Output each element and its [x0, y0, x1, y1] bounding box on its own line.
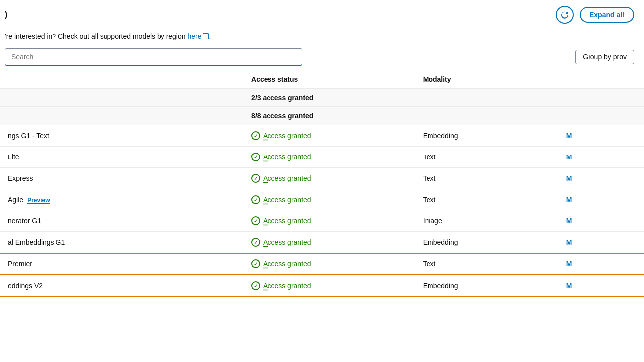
external-link-icon [203, 33, 209, 39]
table-row: Premier Access granted Text M [0, 253, 644, 275]
model-name-cell: AgilePreview [0, 189, 243, 210]
group-summary: 8/8 access granted [243, 107, 415, 125]
group-name [0, 89, 243, 107]
modality-value: Embedding [423, 238, 458, 246]
table-header-row: Access status Modality [0, 70, 644, 89]
manage-link[interactable]: M [566, 282, 572, 290]
check-circle-icon [251, 238, 260, 247]
modality-cell: Image [415, 210, 558, 232]
modality-cell: Text [415, 168, 558, 189]
manage-link[interactable]: M [566, 132, 572, 140]
col-header-access: Access status [243, 70, 415, 89]
check-circle-icon [251, 216, 260, 225]
access-status-cell: Access granted [243, 232, 415, 254]
access-status-cell: Access granted [243, 275, 415, 297]
model-name-cell: nerator G1 [0, 210, 243, 232]
table-row: nerator G1 Access granted Image M [0, 210, 644, 232]
manage-link[interactable]: M [566, 217, 572, 225]
expand-all-button[interactable]: Expand all [580, 7, 634, 23]
access-status-cell: Access granted [243, 253, 415, 275]
table-row: eddings V2 Access granted Embedding M [0, 275, 644, 297]
models-table: Access status Modality 2/3 access grante… [0, 70, 644, 297]
col-header-modality: Modality [415, 70, 558, 89]
group-summary-row: 8/8 access granted [0, 107, 644, 125]
model-name: nerator G1 [8, 217, 41, 225]
modality-value: Embedding [423, 132, 458, 140]
access-granted-label: Access granted [263, 196, 311, 204]
group-summary: 2/3 access granted [243, 89, 415, 107]
access-status-cell: Access granted [243, 125, 415, 147]
model-name-cell: eddings V2 [0, 275, 243, 297]
action-cell: M [558, 147, 644, 168]
top-bar-right: Expand all [556, 6, 634, 24]
col-header-action [558, 70, 644, 89]
table-row: Express Access granted Text M [0, 168, 644, 189]
model-name: Agile [8, 196, 23, 204]
modality-value: Image [423, 217, 442, 225]
model-name-cell: al Embeddings G1 [0, 232, 243, 254]
table-row: AgilePreview Access granted Text M [0, 189, 644, 210]
modality-cell: Embedding [415, 232, 558, 254]
access-granted-status: Access granted [251, 153, 407, 161]
action-cell: M [558, 210, 644, 232]
action-cell: M [558, 275, 644, 297]
modality-cell: Embedding [415, 125, 558, 147]
action-cell: M [558, 125, 644, 147]
manage-link[interactable]: M [566, 174, 572, 182]
manage-link[interactable]: M [566, 238, 572, 246]
col-header-model [0, 70, 243, 89]
modality-cell: Text [415, 147, 558, 168]
group-summary-row: 2/3 access granted [0, 89, 644, 107]
subtitle-text: 're interested in? Check out all support… [5, 32, 187, 40]
model-name-cell: ngs G1 - Text [0, 125, 243, 147]
access-granted-status: Access granted [251, 216, 407, 225]
here-link[interactable]: here [187, 32, 209, 40]
group-name [0, 107, 243, 125]
action-cell: M [558, 189, 644, 210]
preview-badge: Preview [27, 197, 50, 204]
model-name-cell: Lite [0, 147, 243, 168]
table-container: Access status Modality 2/3 access grante… [0, 70, 644, 297]
access-granted-label: Access granted [263, 238, 311, 246]
access-status-cell: Access granted [243, 147, 415, 168]
access-granted-label: Access granted [263, 217, 311, 225]
top-bar: ) Expand all [0, 0, 644, 28]
action-cell: M [558, 253, 644, 275]
model-name: Premier [8, 260, 32, 268]
modality-cell: Embedding [415, 275, 558, 297]
access-granted-status: Access granted [251, 174, 407, 183]
toolbar-row: Group by prov [0, 44, 644, 70]
check-circle-icon [251, 281, 260, 290]
check-circle-icon [251, 174, 260, 183]
access-granted-status: Access granted [251, 259, 407, 268]
action-cell: M [558, 168, 644, 189]
access-granted-status: Access granted [251, 238, 407, 247]
modality-cell: Text [415, 189, 558, 210]
subtitle-bar: 're interested in? Check out all support… [0, 28, 644, 44]
access-granted-status: Access granted [251, 195, 407, 204]
table-row: al Embeddings G1 Access granted Embeddin… [0, 232, 644, 254]
manage-link[interactable]: M [566, 196, 572, 204]
model-name: Express [8, 174, 33, 182]
modality-value: Text [423, 174, 436, 182]
access-status-cell: Access granted [243, 210, 415, 232]
page-wrapper: ) Expand all 're interested in? Check ou… [0, 0, 644, 362]
model-name-cell: Premier [0, 253, 243, 275]
action-cell: M [558, 232, 644, 254]
modality-value: Text [423, 153, 436, 161]
check-circle-icon [251, 259, 260, 268]
refresh-button[interactable] [556, 6, 574, 24]
group-by-button[interactable]: Group by prov [575, 50, 634, 64]
modality-value: Text [423, 260, 436, 268]
model-name-cell: Express [0, 168, 243, 189]
access-granted-label: Access granted [263, 260, 311, 268]
search-input[interactable] [5, 48, 302, 66]
manage-link[interactable]: M [566, 153, 572, 161]
model-name: ngs G1 - Text [8, 132, 49, 140]
model-name: eddings V2 [8, 282, 43, 290]
model-name: Lite [8, 153, 19, 161]
modality-value: Text [423, 196, 436, 204]
manage-link[interactable]: M [566, 260, 572, 268]
access-granted-label: Access granted [263, 174, 311, 182]
check-circle-icon [251, 195, 260, 204]
